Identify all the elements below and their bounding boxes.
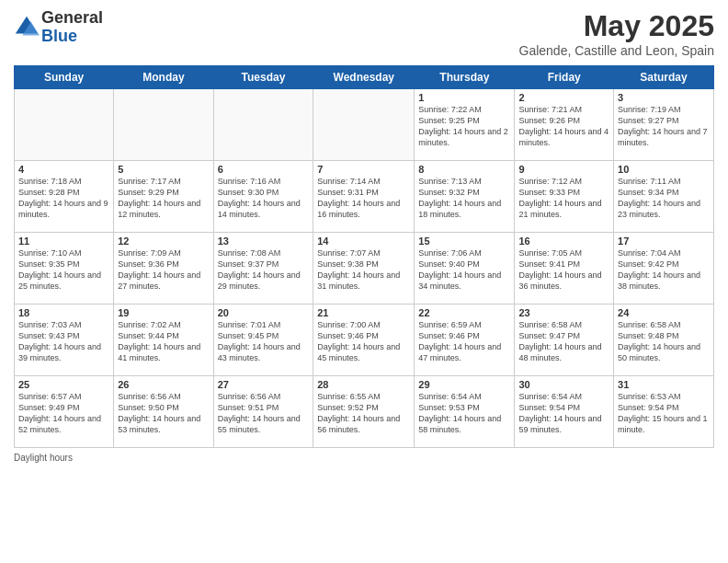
calendar-cell: 3Sunrise: 7:19 AM Sunset: 9:27 PM Daylig… xyxy=(614,89,714,161)
day-number: 29 xyxy=(418,379,510,390)
calendar-cell: 6Sunrise: 7:16 AM Sunset: 9:30 PM Daylig… xyxy=(213,161,313,233)
day-number: 18 xyxy=(18,307,109,318)
page: General Blue May 2025 Galende, Castille … xyxy=(0,0,728,563)
calendar-cell: 5Sunrise: 7:17 AM Sunset: 9:29 PM Daylig… xyxy=(114,161,213,233)
day-info: Sunrise: 7:01 AM Sunset: 9:45 PM Dayligh… xyxy=(218,319,310,364)
day-number: 6 xyxy=(218,164,310,175)
calendar-cell: 23Sunrise: 6:58 AM Sunset: 9:47 PM Dayli… xyxy=(515,304,614,376)
day-info: Sunrise: 6:54 AM Sunset: 9:54 PM Dayligh… xyxy=(518,391,609,436)
day-info: Sunrise: 7:06 AM Sunset: 9:40 PM Dayligh… xyxy=(418,247,510,293)
calendar-cell: 29Sunrise: 6:54 AM Sunset: 9:53 PM Dayli… xyxy=(415,376,515,448)
calendar: Sunday Monday Tuesday Wednesday Thursday… xyxy=(14,65,714,448)
day-number: 13 xyxy=(218,236,310,247)
calendar-cell xyxy=(114,89,213,161)
day-info: Sunrise: 7:13 AM Sunset: 9:32 PM Dayligh… xyxy=(418,176,510,221)
logo-blue: Blue xyxy=(41,28,103,46)
day-info: Sunrise: 6:54 AM Sunset: 9:53 PM Dayligh… xyxy=(418,391,510,436)
calendar-cell: 28Sunrise: 6:55 AM Sunset: 9:52 PM Dayli… xyxy=(313,376,415,448)
day-number: 28 xyxy=(317,379,410,390)
day-number: 12 xyxy=(118,236,209,247)
day-info: Sunrise: 7:16 AM Sunset: 9:30 PM Dayligh… xyxy=(218,176,310,221)
calendar-cell xyxy=(313,89,415,161)
header: General Blue May 2025 Galende, Castille … xyxy=(14,9,714,58)
calendar-cell: 13Sunrise: 7:08 AM Sunset: 9:37 PM Dayli… xyxy=(213,233,313,304)
day-info: Sunrise: 7:03 AM Sunset: 9:43 PM Dayligh… xyxy=(18,319,109,364)
day-number: 16 xyxy=(518,236,609,247)
day-info: Sunrise: 7:18 AM Sunset: 9:28 PM Dayligh… xyxy=(18,176,109,221)
day-number: 26 xyxy=(118,379,209,390)
day-info: Sunrise: 7:14 AM Sunset: 9:31 PM Dayligh… xyxy=(317,176,410,221)
day-number: 17 xyxy=(618,236,710,247)
day-info: Sunrise: 7:21 AM Sunset: 9:26 PM Dayligh… xyxy=(518,104,609,149)
day-number: 22 xyxy=(418,307,510,318)
day-info: Sunrise: 6:56 AM Sunset: 9:51 PM Dayligh… xyxy=(218,391,310,436)
calendar-week-1: 1Sunrise: 7:22 AM Sunset: 9:25 PM Daylig… xyxy=(15,89,714,161)
day-info: Sunrise: 7:19 AM Sunset: 9:27 PM Dayligh… xyxy=(618,104,710,149)
day-number: 15 xyxy=(418,236,510,247)
day-number: 10 xyxy=(618,164,710,175)
col-friday: Friday xyxy=(515,66,614,89)
logo-icon xyxy=(14,15,40,40)
day-info: Sunrise: 6:57 AM Sunset: 9:49 PM Dayligh… xyxy=(18,391,109,436)
calendar-week-4: 18Sunrise: 7:03 AM Sunset: 9:43 PM Dayli… xyxy=(15,304,714,376)
day-number: 11 xyxy=(18,236,109,247)
calendar-cell: 16Sunrise: 7:05 AM Sunset: 9:41 PM Dayli… xyxy=(515,233,614,304)
day-number: 23 xyxy=(518,307,609,318)
calendar-cell: 15Sunrise: 7:06 AM Sunset: 9:40 PM Dayli… xyxy=(415,233,515,304)
calendar-cell: 4Sunrise: 7:18 AM Sunset: 9:28 PM Daylig… xyxy=(15,161,114,233)
day-info: Sunrise: 7:07 AM Sunset: 9:38 PM Dayligh… xyxy=(317,247,410,293)
calendar-cell: 18Sunrise: 7:03 AM Sunset: 9:43 PM Dayli… xyxy=(15,304,114,376)
calendar-cell: 22Sunrise: 6:59 AM Sunset: 9:46 PM Dayli… xyxy=(415,304,515,376)
day-number: 31 xyxy=(618,379,710,390)
calendar-week-2: 4Sunrise: 7:18 AM Sunset: 9:28 PM Daylig… xyxy=(15,161,714,233)
day-info: Sunrise: 7:10 AM Sunset: 9:35 PM Dayligh… xyxy=(18,247,109,293)
calendar-week-5: 25Sunrise: 6:57 AM Sunset: 9:49 PM Dayli… xyxy=(15,376,714,448)
day-info: Sunrise: 7:02 AM Sunset: 9:44 PM Dayligh… xyxy=(118,319,209,364)
calendar-cell: 27Sunrise: 6:56 AM Sunset: 9:51 PM Dayli… xyxy=(213,376,313,448)
day-number: 19 xyxy=(118,307,209,318)
day-info: Sunrise: 7:08 AM Sunset: 9:37 PM Dayligh… xyxy=(218,247,310,293)
col-monday: Monday xyxy=(114,66,213,89)
calendar-cell: 1Sunrise: 7:22 AM Sunset: 9:25 PM Daylig… xyxy=(415,89,515,161)
calendar-cell: 30Sunrise: 6:54 AM Sunset: 9:54 PM Dayli… xyxy=(515,376,614,448)
calendar-cell: 26Sunrise: 6:56 AM Sunset: 9:50 PM Dayli… xyxy=(114,376,213,448)
calendar-cell: 11Sunrise: 7:10 AM Sunset: 9:35 PM Dayli… xyxy=(15,233,114,304)
day-info: Sunrise: 6:55 AM Sunset: 9:52 PM Dayligh… xyxy=(317,391,410,436)
col-tuesday: Tuesday xyxy=(213,66,313,89)
day-info: Sunrise: 6:56 AM Sunset: 9:50 PM Dayligh… xyxy=(118,391,209,436)
calendar-cell: 9Sunrise: 7:12 AM Sunset: 9:33 PM Daylig… xyxy=(515,161,614,233)
day-info: Sunrise: 6:58 AM Sunset: 9:47 PM Dayligh… xyxy=(518,319,609,364)
calendar-cell: 24Sunrise: 6:58 AM Sunset: 9:48 PM Dayli… xyxy=(614,304,714,376)
day-info: Sunrise: 7:22 AM Sunset: 9:25 PM Dayligh… xyxy=(418,104,510,149)
calendar-cell: 31Sunrise: 6:53 AM Sunset: 9:54 PM Dayli… xyxy=(614,376,714,448)
day-number: 7 xyxy=(317,164,410,175)
day-number: 4 xyxy=(18,164,109,175)
day-info: Sunrise: 7:09 AM Sunset: 9:36 PM Dayligh… xyxy=(118,247,209,293)
day-number: 5 xyxy=(118,164,209,175)
calendar-cell xyxy=(213,89,313,161)
col-wednesday: Wednesday xyxy=(313,66,415,89)
day-info: Sunrise: 7:11 AM Sunset: 9:34 PM Dayligh… xyxy=(618,176,710,221)
day-info: Sunrise: 7:00 AM Sunset: 9:46 PM Dayligh… xyxy=(317,319,410,364)
day-info: Sunrise: 7:04 AM Sunset: 9:42 PM Dayligh… xyxy=(618,247,710,293)
calendar-cell: 20Sunrise: 7:01 AM Sunset: 9:45 PM Dayli… xyxy=(213,304,313,376)
calendar-cell: 21Sunrise: 7:00 AM Sunset: 9:46 PM Dayli… xyxy=(313,304,415,376)
col-sunday: Sunday xyxy=(15,66,114,89)
day-info: Sunrise: 6:59 AM Sunset: 9:46 PM Dayligh… xyxy=(418,319,510,364)
calendar-cell: 2Sunrise: 7:21 AM Sunset: 9:26 PM Daylig… xyxy=(515,89,614,161)
day-number: 9 xyxy=(518,164,609,175)
day-info: Sunrise: 7:17 AM Sunset: 9:29 PM Dayligh… xyxy=(118,176,209,221)
calendar-cell: 25Sunrise: 6:57 AM Sunset: 9:49 PM Dayli… xyxy=(15,376,114,448)
day-number: 14 xyxy=(317,236,410,247)
calendar-header-row: Sunday Monday Tuesday Wednesday Thursday… xyxy=(15,66,714,89)
day-info: Sunrise: 7:12 AM Sunset: 9:33 PM Dayligh… xyxy=(518,176,609,221)
main-title: May 2025 xyxy=(519,9,714,43)
calendar-week-3: 11Sunrise: 7:10 AM Sunset: 9:35 PM Dayli… xyxy=(15,233,714,304)
day-info: Sunrise: 6:53 AM Sunset: 9:54 PM Dayligh… xyxy=(618,391,710,436)
logo-text: General Blue xyxy=(41,9,103,46)
day-number: 1 xyxy=(418,92,510,103)
logo-general: General xyxy=(41,9,103,28)
day-number: 30 xyxy=(518,379,609,390)
title-section: May 2025 Galende, Castille and Leon, Spa… xyxy=(519,9,714,58)
calendar-cell: 19Sunrise: 7:02 AM Sunset: 9:44 PM Dayli… xyxy=(114,304,213,376)
